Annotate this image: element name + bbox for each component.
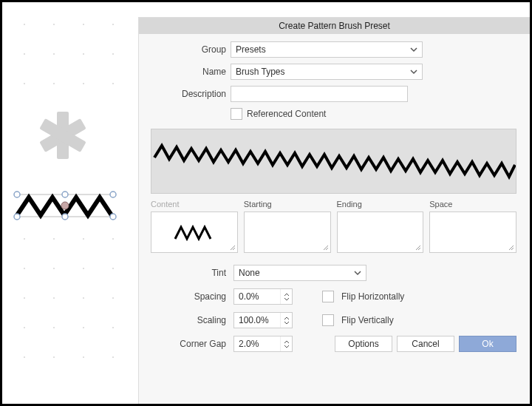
svg-point-11	[112, 83, 114, 84]
svg-point-18	[83, 268, 84, 269]
svg-point-37	[14, 192, 20, 197]
svg-point-2	[83, 24, 84, 25]
svg-point-25	[53, 327, 55, 328]
resize-grip-icon	[230, 245, 236, 251]
name-label: Name	[152, 67, 226, 77]
svg-point-38	[62, 192, 68, 197]
svg-point-0	[24, 24, 25, 25]
scaling-value: 100.0%	[234, 315, 280, 325]
create-pattern-brush-dialog: Create Pattern Brush Preset Group Preset…	[138, 17, 530, 404]
svg-point-8	[24, 83, 25, 84]
ending-thumb[interactable]	[337, 212, 424, 253]
svg-point-42	[110, 214, 116, 220]
ending-thumb-label: Ending	[337, 200, 424, 209]
svg-point-26	[83, 327, 84, 328]
svg-point-28	[24, 356, 25, 358]
referenced-content-checkbox[interactable]	[231, 108, 242, 120]
tint-select-value: None	[239, 268, 260, 278]
flip-h-checkbox[interactable]	[322, 291, 334, 302]
tint-label: Tint	[152, 268, 226, 278]
ok-button[interactable]: Ok	[459, 336, 516, 352]
svg-point-7	[112, 53, 114, 55]
svg-point-30	[83, 356, 84, 358]
starting-thumb-label: Starting	[244, 200, 331, 209]
svg-point-6	[83, 53, 84, 55]
resize-grip-icon	[508, 245, 514, 251]
options-button[interactable]: Options	[335, 336, 392, 352]
corner-gap-stepper[interactable]: 2.0%	[233, 336, 293, 352]
description-label: Description	[152, 89, 226, 99]
resize-grip-icon	[323, 245, 329, 251]
content-thumb[interactable]	[151, 212, 238, 253]
stepper-arrows-icon[interactable]	[280, 289, 292, 304]
svg-point-4	[24, 53, 25, 55]
description-input[interactable]	[231, 86, 408, 102]
flip-v-checkbox[interactable]	[322, 314, 334, 326]
scaling-stepper[interactable]: 100.0%	[233, 312, 293, 328]
svg-point-29	[53, 356, 55, 358]
spacing-label: Spacing	[152, 291, 226, 302]
stepper-arrows-icon[interactable]	[280, 313, 292, 328]
tint-select[interactable]: None	[233, 265, 366, 281]
svg-point-5	[53, 53, 55, 55]
chevron-down-icon	[354, 270, 361, 276]
zigzag-small-icon	[172, 221, 216, 243]
flip-h-label: Flip Horizontally	[341, 291, 404, 302]
svg-point-3	[112, 24, 114, 25]
scaling-label: Scaling	[152, 315, 226, 325]
chevron-down-icon	[410, 47, 417, 53]
svg-point-22	[83, 297, 84, 299]
brush-preview	[151, 129, 516, 194]
svg-point-14	[83, 238, 84, 240]
svg-point-13	[53, 238, 55, 240]
group-label: Group	[152, 44, 226, 55]
spacing-value: 0.0%	[234, 291, 280, 302]
canvas-shape-zigzag[interactable]	[14, 192, 116, 220]
svg-point-1	[53, 24, 55, 25]
dialog-title: Create Pattern Brush Preset	[139, 18, 530, 34]
svg-point-12	[24, 238, 25, 240]
zigzag-preview-icon	[151, 135, 516, 187]
svg-point-10	[83, 83, 84, 84]
space-thumb-label: Space	[429, 200, 516, 209]
svg-point-16	[24, 268, 25, 269]
svg-point-23	[112, 297, 114, 299]
svg-point-20	[24, 297, 25, 299]
canvas-area[interactable]	[2, 2, 138, 404]
svg-point-17	[53, 268, 55, 269]
group-select[interactable]: Presets	[231, 41, 423, 58]
cancel-button[interactable]: Cancel	[397, 336, 454, 352]
canvas-shape-asterisk[interactable]	[39, 112, 86, 159]
starting-thumb[interactable]	[244, 212, 331, 253]
svg-point-31	[112, 356, 114, 358]
svg-point-27	[112, 327, 114, 328]
group-select-value: Presets	[236, 44, 266, 55]
space-thumb[interactable]	[429, 212, 516, 253]
svg-point-39	[110, 192, 116, 197]
stepper-arrows-icon[interactable]	[280, 336, 292, 351]
name-select-value: Brush Types	[236, 67, 284, 77]
svg-point-9	[53, 83, 55, 84]
svg-point-15	[112, 238, 114, 240]
svg-point-21	[53, 297, 55, 299]
svg-point-41	[62, 214, 68, 220]
content-thumb-label: Content	[151, 200, 238, 209]
chevron-down-icon	[410, 69, 417, 75]
referenced-content-label: Referenced Content	[247, 109, 326, 119]
svg-point-43	[61, 202, 69, 209]
resize-grip-icon	[415, 245, 421, 251]
corner-gap-value: 2.0%	[234, 339, 280, 349]
name-select[interactable]: Brush Types	[231, 64, 423, 80]
svg-point-40	[14, 214, 20, 220]
svg-point-24	[24, 327, 25, 328]
corner-gap-label: Corner Gap	[152, 339, 226, 349]
flip-v-label: Flip Vertically	[341, 315, 394, 325]
spacing-stepper[interactable]: 0.0%	[233, 288, 293, 305]
svg-point-19	[112, 268, 114, 269]
